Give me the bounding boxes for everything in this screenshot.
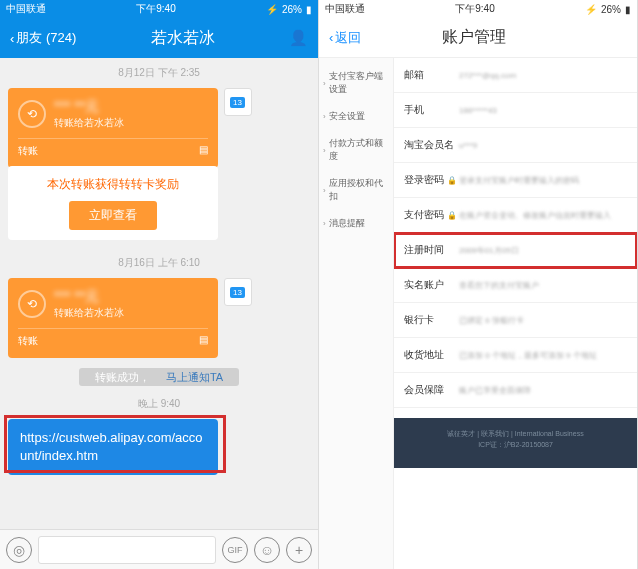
- row-label: 邮箱: [404, 68, 459, 82]
- row-label: 银行卡: [404, 313, 459, 327]
- account-main: 邮箱272***@qq.com手机186*****43淘宝会员名u***9登录密…: [394, 58, 637, 569]
- chat-screen: 中国联通 下午9:40 ⚡ 26% ▮ ‹ 朋友 (724) 若水若冰 👤 8月…: [0, 0, 319, 569]
- sidebar-item[interactable]: 支付宝客户端设置: [319, 63, 393, 103]
- row-value: 2009年01月05日: [459, 245, 627, 256]
- row-value: 272***@qq.com: [459, 71, 627, 80]
- row-label: 会员保障: [404, 383, 459, 397]
- card-icon: ▤: [199, 144, 208, 158]
- input-bar: ◎ GIF ☺ +: [0, 529, 318, 569]
- row-label: 支付密码 🔒: [404, 208, 459, 222]
- status-bar: 中国联通 下午9:40 ⚡ 26% ▮: [0, 0, 318, 18]
- avatar[interactable]: [224, 278, 252, 306]
- account-screen: 中国联通 下午9:40 ⚡ 26% ▮ ‹ 返回 账户管理 支付宝客户端设置 安…: [319, 0, 638, 569]
- sidebar: 支付宝客户端设置 安全设置 付款方式和额度 应用授权和代扣 消息提醒: [319, 58, 394, 569]
- carrier: 中国联通: [325, 2, 365, 16]
- lock-icon: 🔒: [447, 211, 457, 220]
- transfer-amount: *** **元: [54, 98, 124, 116]
- message-input[interactable]: [38, 536, 216, 564]
- card-icon: ▤: [199, 334, 208, 348]
- account-body: 支付宝客户端设置 安全设置 付款方式和额度 应用授权和代扣 消息提醒 邮箱272…: [319, 58, 637, 569]
- account-row[interactable]: 收货地址已添加 0 个地址，最多可添加 9 个地址: [394, 338, 637, 373]
- account-row[interactable]: 淘宝会员名u***9: [394, 128, 637, 163]
- row-value: 已绑定 6 张银行卡: [459, 315, 627, 326]
- account-row[interactable]: 手机186*****43: [394, 93, 637, 128]
- transfer-icon: ⟲: [18, 290, 46, 318]
- highlight-box: [4, 415, 226, 473]
- status-right: ⚡ 26% ▮: [266, 4, 312, 15]
- account-row[interactable]: 注册时间2009年01月05日: [394, 233, 637, 268]
- row-label: 手机: [404, 103, 459, 117]
- sidebar-item[interactable]: 付款方式和额度: [319, 130, 393, 170]
- row-value: 已添加 0 个地址，最多可添加 9 个地址: [459, 350, 627, 361]
- sidebar-item[interactable]: 应用授权和代扣: [319, 170, 393, 210]
- reward-card: 本次转账获得转转卡奖励 立即查看: [8, 166, 218, 240]
- message: ⟲ *** **元 转账给若水若冰 转账▤: [0, 278, 318, 366]
- emoji-icon[interactable]: ☺: [254, 537, 280, 563]
- account-row[interactable]: 银行卡已绑定 6 张银行卡: [394, 303, 637, 338]
- status-bar: 中国联通 下午9:40 ⚡ 26% ▮: [319, 0, 637, 18]
- transfer-amount: *** **元: [54, 288, 124, 306]
- account-row[interactable]: 支付密码 🔒在账户资金变动、修改账户信息时需要输入: [394, 198, 637, 233]
- row-label: 实名账户: [404, 278, 459, 292]
- timestamp: 8月12日 下午 2:35: [0, 58, 318, 88]
- account-nav: ‹ 返回 账户管理: [319, 18, 637, 58]
- account-row[interactable]: 实名账户查看您下的支付宝账户: [394, 268, 637, 303]
- row-label: 淘宝会员名: [404, 138, 459, 152]
- transfer-card[interactable]: ⟲ *** **元 转账给若水若冰 转账▤: [8, 278, 218, 358]
- account-row[interactable]: 邮箱272***@qq.com: [394, 58, 637, 93]
- status-time: 下午9:40: [136, 2, 175, 16]
- chat-body: 8月12日 下午 2:35 ⟲ *** **元 转账给若水若冰 转账▤ 本次转账…: [0, 58, 318, 529]
- row-value: u***9: [459, 141, 627, 150]
- transfer-card[interactable]: ⟲ *** **元 转账给若水若冰 转账▤: [8, 88, 218, 168]
- notify-link[interactable]: 马上通知TA: [158, 368, 231, 386]
- row-value: 查看您下的支付宝账户: [459, 280, 627, 291]
- sidebar-item[interactable]: 安全设置: [319, 103, 393, 130]
- transfer-sub: 转账给若水若冰: [54, 116, 124, 130]
- timestamp: 8月16日 上午 6:10: [0, 248, 318, 278]
- account-row[interactable]: 会员保障账户已享受全面保障: [394, 373, 637, 408]
- lock-icon: 🔒: [447, 176, 457, 185]
- plus-icon[interactable]: +: [286, 537, 312, 563]
- system-message: 转账成功，马上通知TA: [0, 366, 318, 389]
- chat-nav: ‹ 朋友 (724) 若水若冰 👤: [0, 18, 318, 58]
- reward-text: 本次转账获得转转卡奖励: [18, 176, 208, 193]
- transfer-sub: 转账给若水若冰: [54, 306, 124, 320]
- row-value: 186*****43: [459, 106, 627, 115]
- transfer-icon: ⟲: [18, 100, 46, 128]
- back-button[interactable]: ‹ 返回: [329, 29, 361, 47]
- url-message: https://custweb.alipay.com/account/index…: [0, 419, 318, 483]
- row-value: 账户已享受全面保障: [459, 385, 627, 396]
- carrier: 中国联通: [6, 2, 46, 16]
- row-value: 在账户资金变动、修改账户信息时需要输入: [459, 210, 627, 221]
- row-label: 登录密码 🔒: [404, 173, 459, 187]
- back-button[interactable]: ‹ 朋友 (724): [10, 29, 76, 47]
- status-time: 下午9:40: [455, 2, 494, 16]
- gif-icon[interactable]: GIF: [222, 537, 248, 563]
- chat-title: 若水若冰: [76, 28, 289, 49]
- row-label: 收货地址: [404, 348, 459, 362]
- view-button[interactable]: 立即查看: [69, 201, 157, 230]
- row-value: 登录支付宝账户时需要输入的密码: [459, 175, 627, 186]
- message: ⟲ *** **元 转账给若水若冰 转账▤ 本次转账获得转转卡奖励 立即查看: [0, 88, 318, 248]
- account-row[interactable]: 登录密码 🔒登录支付宝账户时需要输入的密码: [394, 163, 637, 198]
- avatar[interactable]: [224, 88, 252, 116]
- sidebar-item[interactable]: 消息提醒: [319, 210, 393, 237]
- page-footer: 诚征英才 | 联系我们 | International Business ICP…: [394, 418, 637, 468]
- person-icon[interactable]: 👤: [289, 29, 308, 47]
- page-title: 账户管理: [361, 27, 587, 48]
- status-right: ⚡ 26% ▮: [585, 4, 631, 15]
- voice-icon[interactable]: ◎: [6, 537, 32, 563]
- row-label: 注册时间: [404, 243, 459, 257]
